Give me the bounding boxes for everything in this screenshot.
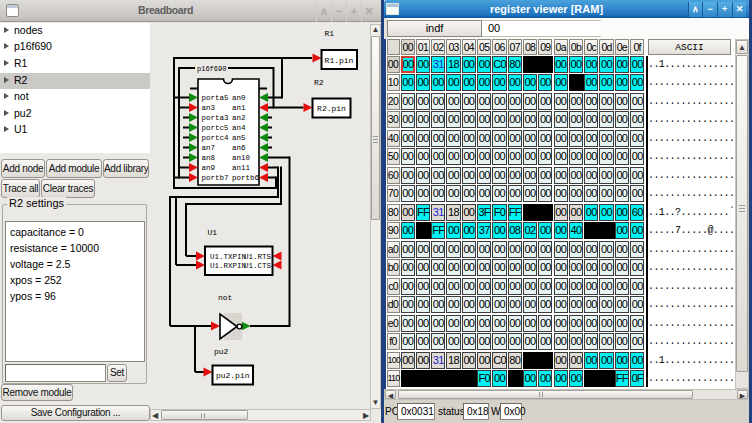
svg-text:pu2: pu2 [214,347,229,356]
svg-text:an5: an5 [232,134,246,142]
svg-text:an3: an3 [202,104,216,112]
svg-text:an9: an9 [202,164,216,172]
svg-text:an1: an1 [232,104,246,112]
svg-text:R1: R1 [325,29,335,38]
svg-text:an4: an4 [232,124,246,132]
svg-text:porta3: porta3 [202,114,230,122]
svg-text:p16f690: p16f690 [197,65,226,73]
svg-text:porta5: porta5 [202,94,230,102]
svg-text:portb6: portb6 [232,174,260,182]
svg-text:U1: U1 [208,228,218,237]
svg-text:portb7: portb7 [202,174,229,182]
svg-text:portc5: portc5 [202,124,230,132]
svg-text:an11: an11 [232,164,251,172]
svg-text:portc4: portc4 [202,134,230,142]
svg-text:an6: an6 [232,144,246,152]
svg-text:U1.RXPIN: U1.RXPIN [210,262,246,270]
svg-text:R1.pin: R1.pin [325,56,354,65]
svg-text:an0: an0 [232,94,246,102]
svg-text:an8: an8 [202,154,216,162]
svg-text:an10: an10 [232,154,251,162]
svg-text:not: not [218,293,232,302]
svg-text:U1.TXPIN: U1.TXPIN [210,253,246,261]
svg-text:U1.RTS: U1.RTS [244,253,272,261]
svg-text:U1.CTS: U1.CTS [244,262,272,270]
svg-text:R2: R2 [314,78,324,87]
svg-text:an2: an2 [232,114,246,122]
svg-text:pu2.pin: pu2.pin [216,371,250,380]
svg-text:an7: an7 [202,144,216,152]
svg-text:R2.pin: R2.pin [317,104,346,113]
